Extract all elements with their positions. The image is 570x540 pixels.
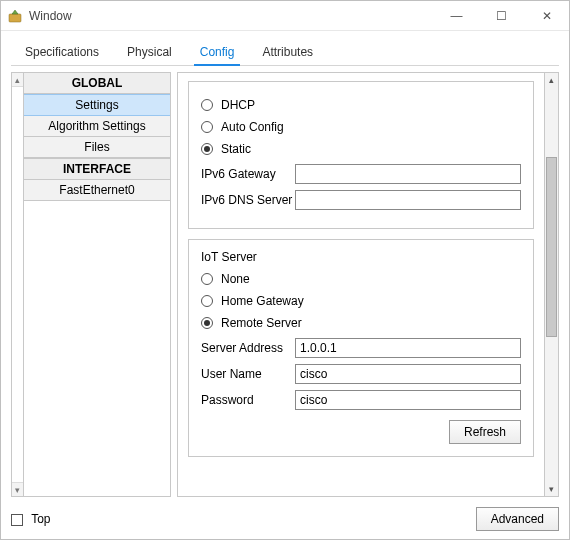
radio-auto-config[interactable]: Auto Config xyxy=(201,118,521,136)
sidebar-header-global: GLOBAL xyxy=(24,73,170,94)
maximize-icon: ☐ xyxy=(496,9,507,23)
radio-label-auto-config: Auto Config xyxy=(221,120,284,134)
sidebar-item-fastethernet0[interactable]: FastEthernet0 xyxy=(24,180,170,201)
tab-specifications[interactable]: Specifications xyxy=(11,39,113,65)
sidebar-scrollbar[interactable]: ▴ ▾ xyxy=(11,72,23,497)
sidebar-item-files[interactable]: Files xyxy=(24,137,170,158)
radio-icon xyxy=(201,273,213,285)
user-name-label: User Name xyxy=(201,367,295,381)
scroll-up-icon[interactable]: ▴ xyxy=(12,73,23,87)
radio-icon xyxy=(201,317,213,329)
app-window: Window — ☐ ✕ Specifications Physical Con… xyxy=(0,0,570,540)
config-panel: DHCP Auto Config Static IPv6 Gateway xyxy=(177,72,545,497)
tab-attributes[interactable]: Attributes xyxy=(248,39,327,65)
top-checkbox[interactable] xyxy=(11,514,23,526)
footer-bar: Top Advanced xyxy=(1,503,569,539)
main-scroll-track[interactable] xyxy=(545,87,558,482)
tab-bar: Specifications Physical Config Attribute… xyxy=(11,39,559,66)
iot-server-group: IoT Server None Home Gateway Remote Serv… xyxy=(188,239,534,457)
sidebar-header-interface: INTERFACE xyxy=(24,158,170,180)
radio-static[interactable]: Static xyxy=(201,140,521,158)
radio-label-none: None xyxy=(221,272,250,286)
ipv6-dns-label: IPv6 DNS Server xyxy=(201,193,295,207)
minimize-icon: — xyxy=(451,9,463,23)
radio-label-static: Static xyxy=(221,142,251,156)
radio-label-dhcp: DHCP xyxy=(221,98,255,112)
sidebar-container: ▴ ▾ GLOBAL Settings Algorithm Settings F… xyxy=(11,72,171,497)
main-scroll-up-icon[interactable]: ▴ xyxy=(545,73,558,87)
ipv6-gateway-input[interactable] xyxy=(295,164,521,184)
main-scroll-down-icon[interactable]: ▾ xyxy=(545,482,558,496)
sidebar-item-algorithm-settings[interactable]: Algorithm Settings xyxy=(24,116,170,137)
ip-config-group: DHCP Auto Config Static IPv6 Gateway xyxy=(188,81,534,229)
advanced-button[interactable]: Advanced xyxy=(476,507,559,531)
ipv6-dns-input[interactable] xyxy=(295,190,521,210)
tab-physical[interactable]: Physical xyxy=(113,39,186,65)
radio-iot-home-gateway[interactable]: Home Gateway xyxy=(201,292,521,310)
close-button[interactable]: ✕ xyxy=(524,1,569,31)
close-icon: ✕ xyxy=(542,9,552,23)
svg-rect-0 xyxy=(9,14,21,22)
iot-server-header: IoT Server xyxy=(201,250,521,264)
radio-icon xyxy=(201,121,213,133)
radio-icon xyxy=(201,143,213,155)
password-input[interactable] xyxy=(295,390,521,410)
main-scrollbar[interactable]: ▴ ▾ xyxy=(545,72,559,497)
radio-iot-remote-server[interactable]: Remote Server xyxy=(201,314,521,332)
maximize-button[interactable]: ☐ xyxy=(479,1,524,31)
sidebar: GLOBAL Settings Algorithm Settings Files… xyxy=(23,72,171,497)
user-name-input[interactable] xyxy=(295,364,521,384)
top-checkbox-label: Top xyxy=(31,512,50,526)
refresh-button[interactable]: Refresh xyxy=(449,420,521,444)
radio-icon xyxy=(201,295,213,307)
radio-icon xyxy=(201,99,213,111)
scroll-down-icon[interactable]: ▾ xyxy=(12,482,23,496)
top-checkbox-row[interactable]: Top xyxy=(11,512,50,526)
sidebar-item-settings[interactable]: Settings xyxy=(24,94,170,116)
titlebar: Window — ☐ ✕ xyxy=(1,1,569,31)
radio-dhcp[interactable]: DHCP xyxy=(201,96,521,114)
radio-iot-none[interactable]: None xyxy=(201,270,521,288)
server-address-input[interactable] xyxy=(295,338,521,358)
main-scroll-thumb[interactable] xyxy=(546,157,557,337)
radio-label-remote-server: Remote Server xyxy=(221,316,302,330)
radio-label-home-gateway: Home Gateway xyxy=(221,294,304,308)
window-title: Window xyxy=(29,9,72,23)
ipv6-gateway-label: IPv6 Gateway xyxy=(201,167,295,181)
app-icon xyxy=(7,8,23,24)
server-address-label: Server Address xyxy=(201,341,295,355)
minimize-button[interactable]: — xyxy=(434,1,479,31)
tab-config[interactable]: Config xyxy=(186,39,249,65)
password-label: Password xyxy=(201,393,295,407)
